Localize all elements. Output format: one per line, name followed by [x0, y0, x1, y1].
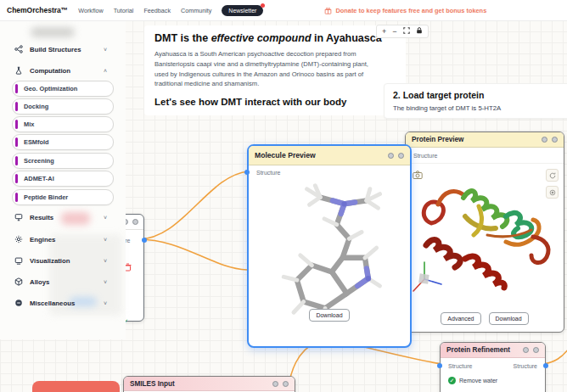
canvas-controls: + −: [376, 25, 429, 38]
sidebar-item-build-structures[interactable]: Build Structures ˅: [0, 42, 126, 56]
app-window: DMT is the effective compound in Ayahuas…: [0, 0, 567, 392]
accent-bar: [15, 102, 18, 111]
nav-tutorial[interactable]: Tutorial: [114, 7, 134, 14]
node-header-dots: [272, 381, 289, 387]
target-icon[interactable]: [546, 186, 559, 199]
dot-icon[interactable]: [132, 219, 138, 225]
refinement-ports: Structure Structure: [441, 358, 545, 374]
dot-icon[interactable]: [272, 381, 278, 387]
chevron-down-icon: ˅: [104, 215, 107, 221]
sidebar-item-alloys[interactable]: Alloys ˅: [0, 275, 126, 288]
annotation-body: Ayahuasca is a South American psychoacti…: [154, 49, 380, 89]
check-circle-icon: ✓: [448, 377, 456, 384]
dot-icon[interactable]: [523, 347, 529, 353]
dot-icon[interactable]: [533, 347, 539, 353]
input-port-label: Structure: [256, 170, 280, 176]
output-handle[interactable]: [142, 238, 147, 243]
accent-bar: [15, 84, 18, 93]
chevron-up-icon: ˄: [104, 68, 107, 74]
sidebar-item-admet-ai[interactable]: ADMET-AI: [12, 171, 114, 187]
lock-icon[interactable]: [416, 27, 423, 36]
node-title: Molecule Preview: [255, 151, 316, 160]
protein-input-row: Structure: [406, 148, 564, 164]
advanced-button[interactable]: Advanced: [441, 312, 480, 325]
output-port-label: Structure: [514, 363, 537, 369]
app-logo[interactable]: ChemOrchestra™: [7, 6, 68, 14]
molecule-input-row: Structure: [249, 165, 410, 179]
annotation-subtitle: Let's see how DMT interact with our body: [154, 97, 396, 107]
node-molecule-preview[interactable]: Molecule Preview Structure: [247, 144, 412, 348]
sidebar-item-geo-optimization[interactable]: Geo. Optimization: [12, 81, 114, 97]
node-protein-preview[interactable]: Protein Preview Structure: [405, 132, 564, 333]
chevron-down-icon: ˅: [104, 258, 107, 264]
monitor-icon: [14, 213, 23, 221]
sidebar-item-docking[interactable]: Docking: [12, 98, 114, 115]
accent-bar: [15, 174, 18, 183]
node-header-dots: [388, 153, 404, 159]
sidebar-item-engines[interactable]: Engines ˅: [0, 232, 126, 246]
sidebar-item-miscellaneous[interactable]: Miscellaneous ˅: [0, 296, 126, 310]
donate-link[interactable]: Donate to keep features free and get bon…: [324, 7, 486, 14]
protein-preview-header[interactable]: Protein Preview: [406, 132, 564, 148]
sidebar-item-results[interactable]: Results ˅: [0, 210, 126, 224]
flask-icon: [14, 66, 23, 75]
notification-dot: [261, 3, 265, 8]
molecule-preview-header[interactable]: Molecule Preview: [249, 146, 410, 165]
sidebar-item-screening[interactable]: Screening: [12, 153, 114, 169]
accent-bar: [15, 120, 18, 129]
sidebar-item-mix[interactable]: Mix: [12, 116, 114, 132]
nav-feedback[interactable]: Feedback: [143, 7, 171, 14]
input-handle[interactable]: [437, 363, 442, 368]
blurred-logo-blob: [31, 27, 75, 37]
download-button[interactable]: Download: [489, 312, 529, 325]
nav-workflow[interactable]: Workflow: [78, 7, 103, 14]
remove-water-option[interactable]: ✓ Remove water: [441, 374, 545, 384]
sidebar-item-visualization[interactable]: Visualization ˅: [0, 254, 126, 267]
axis-gizmo-icon: [413, 262, 441, 291]
circle-dash-icon: [14, 299, 23, 307]
sidebar-item-esmfold[interactable]: ESMfold: [12, 134, 114, 150]
share-nodes-icon: [14, 45, 23, 53]
node-protein-refinement[interactable]: Protein Refinement Structure Structure ✓…: [440, 342, 546, 392]
option-label: Remove water: [459, 378, 497, 384]
node-header-dots: [523, 347, 539, 353]
annotation2-title: 2. Load target protein: [393, 90, 567, 100]
node-smiles-input[interactable]: SMILES Input Input SMILES: [123, 376, 295, 392]
annotation2-body: The binding target of DMT is 5-HT2A: [393, 104, 567, 112]
refresh-icon[interactable]: [546, 169, 559, 182]
newsletter-button[interactable]: Newsletter: [222, 5, 263, 16]
zoom-in-icon[interactable]: +: [382, 28, 386, 36]
gear-icon: [14, 235, 23, 244]
accent-bar: [15, 193, 18, 202]
smiles-header[interactable]: SMILES Input: [124, 377, 295, 391]
input-handle[interactable]: [244, 170, 250, 175]
dot-icon[interactable]: [552, 137, 558, 143]
camera-icon[interactable]: [413, 171, 423, 179]
nav-community[interactable]: Community: [181, 7, 211, 14]
chevron-down-icon: ˅: [104, 300, 107, 306]
gift-icon: [324, 7, 332, 14]
sidebar-item-peptide-binder[interactable]: Peptide Binder: [12, 189, 114, 205]
zoom-out-icon[interactable]: −: [392, 28, 396, 36]
protein-ribbon-image: [406, 164, 564, 301]
annotation-dmt: DMT is the effective compound in Ayahuas…: [144, 25, 406, 115]
molecule-viewer[interactable]: Download: [249, 179, 410, 322]
node-title: Protein Refinement: [446, 346, 510, 354]
input-port-label: Structure: [413, 153, 437, 159]
dot-icon[interactable]: [283, 381, 289, 387]
sidebar-item-computation[interactable]: Computation ˄: [0, 64, 126, 77]
fit-view-icon[interactable]: [403, 27, 410, 36]
protein-viewer[interactable]: [406, 164, 564, 301]
dot-icon[interactable]: [542, 137, 547, 143]
accent-bar: [15, 156, 18, 165]
chevron-down-icon: ˅: [104, 47, 107, 53]
dot-icon[interactable]: [388, 153, 394, 159]
output-handle[interactable]: [543, 363, 548, 368]
chevron-down-icon: ˅: [104, 237, 107, 243]
refinement-header[interactable]: Protein Refinement: [441, 343, 545, 358]
node-title: SMILES Input: [130, 380, 175, 388]
download-button[interactable]: Download: [309, 309, 349, 322]
run-button-partial[interactable]: [32, 381, 120, 392]
protein-preview-actions: Advanced Download: [406, 312, 564, 325]
dot-icon[interactable]: [398, 153, 404, 159]
